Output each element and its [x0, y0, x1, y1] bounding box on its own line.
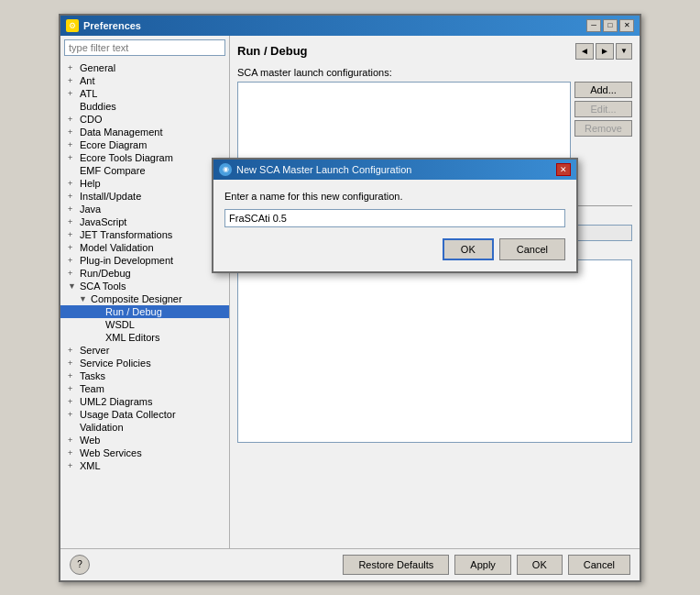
- expand-icon: +: [68, 397, 77, 406]
- sidebar-item-server[interactable]: + Server: [60, 344, 229, 357]
- sidebar-item-ant[interactable]: + Ant: [60, 74, 229, 87]
- sidebar-item-run-debug[interactable]: Run / Debug: [60, 305, 229, 318]
- sidebar-item-label: Usage Data Collector: [80, 409, 176, 420]
- sidebar-item-cdo[interactable]: + CDO: [60, 113, 229, 126]
- expand-icon: +: [68, 346, 77, 355]
- dialog-buttons: OK Cancel: [224, 238, 565, 260]
- sidebar-item-run-debug-top[interactable]: + Run/Debug: [60, 267, 229, 280]
- dialog-close-button[interactable]: ✕: [556, 163, 571, 176]
- sidebar-item-emf-compare[interactable]: EMF Compare: [60, 164, 229, 177]
- dialog-ok-button[interactable]: OK: [443, 238, 494, 260]
- filter-input[interactable]: [64, 39, 225, 56]
- expand-icon: +: [68, 435, 77, 445]
- new-config-dialog: ◉ New SCA Master Launch Configuration ✕ …: [212, 158, 578, 273]
- sidebar-item-label: Model Validation: [80, 242, 154, 253]
- sidebar-item-sca-tools[interactable]: ▼ SCA Tools: [60, 280, 229, 292]
- title-bar-left: ⚙ Preferences: [66, 19, 141, 32]
- minimize-button[interactable]: ─: [586, 19, 601, 32]
- sidebar-item-label: SCA Tools: [80, 281, 126, 292]
- close-button[interactable]: ✕: [619, 19, 634, 32]
- expand-icon: +: [68, 230, 77, 239]
- sidebar-item-atl[interactable]: + ATL: [60, 87, 229, 100]
- nav-dropdown-button[interactable]: ▼: [616, 43, 632, 60]
- sidebar-item-web[interactable]: + Web: [60, 434, 229, 446]
- ok-button[interactable]: OK: [517, 555, 563, 575]
- sidebar-item-label: Web Services: [80, 447, 142, 458]
- sidebar-item-uml2-diagrams[interactable]: + UML2 Diagrams: [60, 395, 229, 408]
- dialog-message: Enter a name for this new configuration.: [224, 191, 565, 202]
- edit-button[interactable]: Edit...: [574, 101, 632, 117]
- sidebar-item-label: Tasks: [80, 370, 105, 381]
- sidebar-item-model-validation[interactable]: + Model Validation: [60, 241, 229, 254]
- sidebar-item-web-services[interactable]: + Web Services: [60, 446, 229, 459]
- expand-icon: +: [68, 63, 77, 72]
- program-arguments-area[interactable]: [237, 259, 632, 443]
- expand-icon: +: [68, 127, 77, 137]
- restore-defaults-button[interactable]: Restore Defaults: [343, 555, 449, 575]
- expand-icon: +: [68, 115, 77, 124]
- expand-icon: +: [68, 89, 77, 98]
- sidebar-item-label: JET Transformations: [80, 229, 172, 240]
- program-row: Program arguments:: [237, 247, 632, 443]
- sidebar-item-xml-editors[interactable]: XML Editors: [60, 331, 229, 344]
- expand-icon: +: [68, 461, 77, 470]
- panel-header: Run / Debug ◄ ► ▼: [237, 43, 632, 60]
- main-window: ⚙ Preferences ─ □ ✕ + General + Ant: [59, 14, 641, 582]
- remove-button[interactable]: Remove: [574, 120, 632, 137]
- sidebar-item-java[interactable]: + Java: [60, 203, 229, 215]
- forward-button[interactable]: ►: [596, 43, 614, 60]
- sidebar-item-tasks[interactable]: + Tasks: [60, 369, 229, 382]
- sidebar-item-data-management[interactable]: + Data Management: [60, 126, 229, 138]
- sidebar-item-label: Data Management: [80, 127, 163, 138]
- sidebar-item-help[interactable]: + Help: [60, 177, 229, 190]
- main-content: + General + Ant + ATL Buddies + CDO: [60, 36, 640, 548]
- sidebar-item-ecore-tools-diagram[interactable]: + Ecore Tools Diagram: [60, 151, 229, 164]
- expand-icon: +: [68, 410, 77, 419]
- dialog-title-text: New SCA Master Launch Configuration: [236, 164, 411, 175]
- sidebar-item-general[interactable]: + General: [60, 61, 229, 74]
- sidebar-item-service-policies[interactable]: + Service Policies: [60, 357, 229, 369]
- sidebar-item-label: General: [80, 62, 115, 73]
- help-button[interactable]: ?: [70, 555, 90, 575]
- panel-title: Run / Debug: [237, 44, 308, 58]
- sidebar-item-validation[interactable]: Validation: [60, 421, 229, 434]
- sidebar-item-label: Web: [80, 435, 100, 446]
- sidebar-item-install-update[interactable]: + Install/Update: [60, 190, 229, 203]
- dialog-name-input[interactable]: [224, 209, 565, 227]
- expand-icon: +: [68, 269, 77, 278]
- sidebar-item-label: Help: [80, 178, 101, 189]
- window-title: Preferences: [83, 20, 141, 31]
- sidebar-item-label: Plug-in Development: [80, 255, 173, 266]
- sidebar-item-label: WSDL: [105, 319, 135, 330]
- sidebar-item-label: ATL: [80, 88, 97, 99]
- window-icon: ⚙: [66, 19, 79, 32]
- back-button[interactable]: ◄: [575, 43, 594, 60]
- tree-area: + General + Ant + ATL Buddies + CDO: [60, 60, 229, 548]
- sidebar-item-label: Run/Debug: [80, 268, 131, 279]
- cancel-button[interactable]: Cancel: [568, 555, 630, 575]
- sidebar-item-label: Team: [80, 383, 104, 394]
- sidebar-item-javascript[interactable]: + JavaScript: [60, 215, 229, 228]
- sidebar-item-jet-transformations[interactable]: + JET Transformations: [60, 228, 229, 241]
- sidebar-item-label: Java: [80, 204, 101, 215]
- sidebar-item-plugin-development[interactable]: + Plug-in Development: [60, 254, 229, 267]
- sidebar-item-composite-designer[interactable]: ▼ Composite Designer: [60, 292, 229, 305]
- expand-icon: +: [68, 76, 77, 85]
- sidebar-item-label: XML Editors: [105, 332, 160, 343]
- sidebar-item-label: Ecore Diagram: [80, 139, 147, 150]
- sidebar-item-usage-data-collector[interactable]: + Usage Data Collector: [60, 408, 229, 421]
- apply-button[interactable]: Apply: [454, 555, 511, 575]
- dialog-cancel-button[interactable]: Cancel: [499, 238, 565, 260]
- add-button[interactable]: Add...: [574, 82, 632, 98]
- dialog-title-bar: ◉ New SCA Master Launch Configuration ✕: [213, 160, 576, 180]
- expand-icon: +: [68, 256, 77, 265]
- title-bar: ⚙ Preferences ─ □ ✕: [60, 16, 640, 36]
- sidebar-item-team[interactable]: + Team: [60, 382, 229, 395]
- sidebar-item-wsdl[interactable]: WSDL: [60, 318, 229, 331]
- dialog-body: Enter a name for this new configuration.…: [213, 180, 576, 271]
- sidebar-item-buddies[interactable]: Buddies: [60, 100, 229, 113]
- sidebar-item-ecore-diagram[interactable]: + Ecore Diagram: [60, 138, 229, 151]
- maximize-button[interactable]: □: [603, 19, 618, 32]
- sidebar-item-label: Server: [80, 345, 109, 356]
- sidebar-item-xml[interactable]: + XML: [60, 459, 229, 472]
